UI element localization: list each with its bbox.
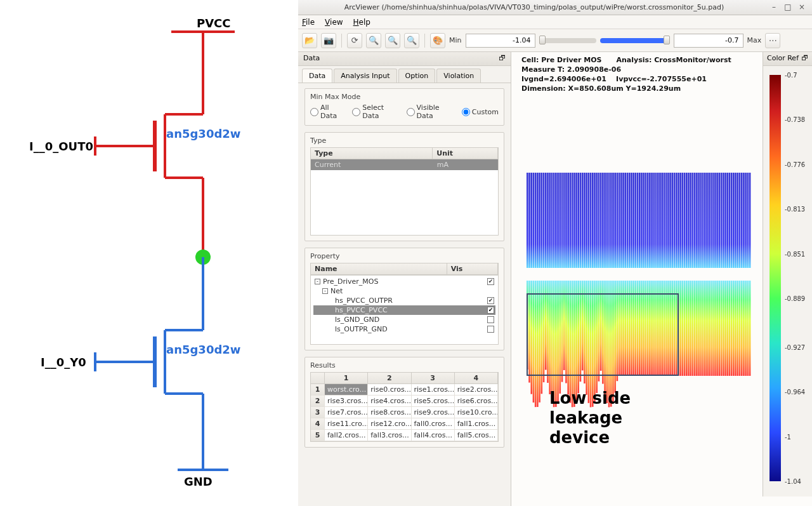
svg-rect-55	[600, 173, 602, 268]
tab-data[interactable]: Data	[302, 69, 332, 83]
snapshot-icon[interactable]: 📷	[321, 33, 336, 48]
radio-select-data[interactable]: Select Data	[352, 103, 400, 120]
svg-rect-50	[590, 173, 592, 268]
col-type[interactable]: Type	[311, 148, 433, 159]
svg-rect-43	[575, 173, 577, 268]
svg-rect-204	[679, 281, 681, 376]
svg-rect-45	[580, 173, 582, 268]
minimize-button[interactable]: –	[768, 3, 780, 13]
radio-custom[interactable]: Custom	[462, 108, 499, 116]
vis-check[interactable]: ✔	[487, 297, 494, 304]
svg-rect-56	[602, 173, 604, 268]
tree-item-ls-gnd-gnd[interactable]: ls_GND_GND	[335, 316, 379, 324]
min-slider[interactable]	[539, 38, 596, 43]
type-list[interactable]: Current mA	[310, 159, 499, 236]
undock-icon[interactable]: 🗗	[801, 54, 808, 63]
svg-rect-85	[661, 173, 663, 268]
svg-rect-60	[610, 173, 612, 268]
svg-rect-72	[635, 173, 637, 268]
min-input[interactable]	[466, 34, 535, 48]
svg-rect-111	[714, 173, 716, 268]
svg-rect-120	[733, 173, 735, 268]
label-gnd: GND	[184, 475, 213, 488]
svg-rect-65	[620, 173, 622, 268]
results-title: Results	[310, 361, 499, 370]
svg-rect-84	[659, 173, 661, 268]
tree-item-hs-pvcc-outpr[interactable]: hs_PVCC_OUTPR	[335, 296, 393, 305]
col-unit[interactable]: Unit	[433, 148, 498, 159]
zoom-in-icon[interactable]: 🔍	[366, 33, 381, 48]
svg-rect-66	[622, 173, 624, 268]
svg-rect-59	[608, 173, 610, 268]
menu-file[interactable]: File	[302, 18, 315, 27]
undock-icon[interactable]: 🗗	[499, 54, 506, 63]
svg-rect-39	[567, 173, 569, 268]
tab-violation[interactable]: Violation	[436, 69, 481, 83]
refresh-icon[interactable]: ⟳	[347, 33, 362, 48]
tab-analysis-input[interactable]: Analysis Input	[334, 69, 396, 83]
svg-rect-108	[708, 173, 710, 268]
label-pvcc: PVCC	[197, 17, 231, 30]
table-row: 3rise7.cros...rise8.cros...rise9.cros...…	[311, 407, 498, 418]
menu-view[interactable]: View	[325, 18, 343, 27]
vis-check[interactable]	[487, 316, 494, 323]
svg-rect-25	[539, 173, 540, 268]
colorbar-dock: Color Ref 🗗 -0.7	[763, 52, 812, 496]
window-title: ArcViewer (/home/shinhua/shinhua/polas/V…	[302, 3, 766, 11]
open-icon[interactable]: 📂	[302, 33, 317, 48]
max-input[interactable]	[674, 34, 743, 48]
svg-rect-40	[570, 173, 572, 268]
col-vis[interactable]: Vis	[447, 263, 498, 274]
vis-check[interactable]: ✔	[487, 307, 494, 314]
svg-rect-221	[714, 281, 716, 376]
svg-rect-20	[528, 173, 530, 268]
separator	[424, 34, 425, 48]
svg-rect-87	[665, 173, 667, 268]
tree-root[interactable]: Pre_Driver_MOS	[323, 277, 378, 286]
svg-rect-103	[698, 173, 700, 268]
palette-icon[interactable]: 🎨	[430, 33, 445, 48]
settings-icon[interactable]: ⋯	[765, 33, 780, 48]
tree-item-hs-pvcc-pvcc[interactable]: hs_PVCC_PVCC	[335, 306, 388, 314]
svg-rect-82	[655, 173, 657, 268]
svg-rect-46	[582, 173, 584, 268]
zoom-out-icon[interactable]: 🔍	[385, 33, 400, 48]
svg-rect-70	[631, 173, 632, 268]
circuit-diagram: PVCC I__0_OUT0 an5g30d2w I__0_Y0 an5g30d…	[0, 0, 298, 506]
svg-rect-33	[555, 173, 557, 268]
svg-rect-77	[645, 173, 647, 268]
svg-rect-121	[735, 173, 737, 268]
svg-rect-75	[641, 173, 643, 268]
svg-rect-41	[572, 173, 573, 268]
svg-rect-210	[692, 281, 694, 376]
maximize-button[interactable]: □	[782, 3, 794, 13]
vis-check[interactable]	[487, 326, 494, 333]
arcviewer-window: ArcViewer (/home/shinhua/shinhua/polas/V…	[298, 0, 812, 506]
property-tree[interactable]: -Pre_Driver_MOS✔ -Net hs_PVCC_OUTPR✔ hs_…	[310, 275, 499, 345]
svg-rect-228	[729, 281, 731, 376]
radio-all-data[interactable]: All Data	[310, 103, 346, 120]
svg-rect-109	[710, 173, 712, 268]
svg-rect-236	[745, 281, 747, 376]
vis-root[interactable]: ✔	[487, 278, 494, 285]
svg-rect-214	[700, 281, 702, 376]
col-name[interactable]: Name	[311, 263, 447, 274]
close-button[interactable]: ×	[796, 3, 808, 13]
zoom-fit-icon[interactable]: 🔍	[404, 33, 419, 48]
tree-item-ls-outpr-gnd[interactable]: ls_OUTPR_GND	[335, 325, 388, 333]
menu-help[interactable]: Help	[353, 18, 370, 27]
svg-rect-79	[649, 173, 651, 268]
svg-rect-227	[726, 281, 728, 376]
dock-title: Data 🗗	[298, 52, 511, 66]
colorbar	[769, 75, 781, 481]
dock-tabs: Data Analysis Input Option Violation	[298, 66, 511, 83]
results-table[interactable]: 1 2 3 4 1worst.cro...rise0.cros...rise1.…	[310, 372, 499, 442]
svg-rect-98	[688, 173, 690, 268]
max-slider[interactable]	[600, 38, 670, 43]
tab-option[interactable]: Option	[398, 69, 436, 83]
svg-rect-213	[698, 281, 700, 376]
svg-rect-69	[629, 173, 631, 268]
tree-group-net[interactable]: Net	[331, 287, 343, 295]
titlebar[interactable]: ArcViewer (/home/shinhua/shinhua/polas/V…	[298, 0, 812, 15]
radio-visible-data[interactable]: Visible Data	[407, 103, 455, 120]
